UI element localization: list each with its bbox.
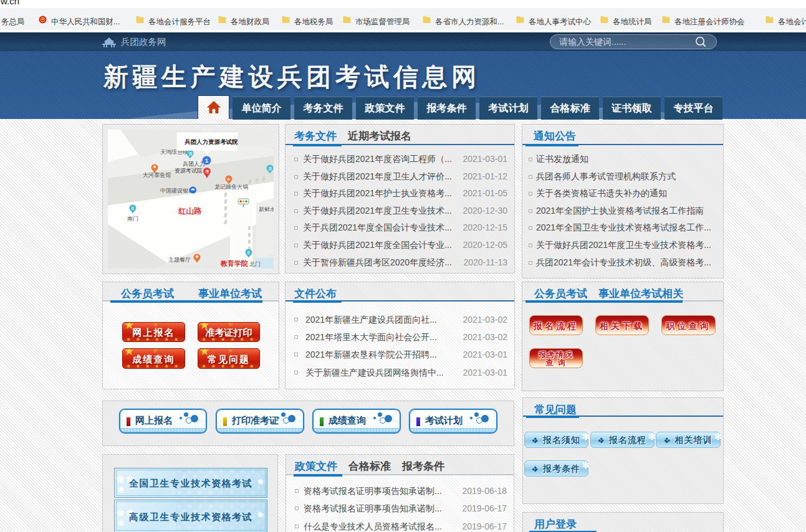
svg-text:B: B xyxy=(247,250,250,255)
svg-text:酒: 酒 xyxy=(188,151,193,156)
svg-text:新鲜水: 新鲜水 xyxy=(259,206,274,212)
svg-text:主题餐厅: 主题餐厅 xyxy=(168,257,191,263)
svg-text:兵团人力资源考试院: 兵团人力资源考试院 xyxy=(184,138,238,145)
svg-text:中国建设银行: 中国建设银行 xyxy=(160,188,194,194)
svg-text:大河寨鱼馆: 大河寨鱼馆 xyxy=(143,172,171,178)
svg-text:1: 1 xyxy=(205,158,208,164)
svg-text:兵团人力: 兵团人力 xyxy=(183,161,205,167)
svg-text:龙记蹦鱼火锅: 龙记蹦鱼火锅 xyxy=(214,184,248,190)
svg-text:泉: 泉 xyxy=(268,166,272,171)
svg-text:南门: 南门 xyxy=(127,216,138,222)
svg-text:考: 考 xyxy=(205,169,209,174)
svg-text:资源考试院: 资源考试院 xyxy=(175,168,203,174)
svg-text:教育学院: 教育学院 xyxy=(220,259,248,267)
svg-text:北门: 北门 xyxy=(249,261,261,267)
svg-text:B: B xyxy=(132,206,134,211)
svg-text:★: ★ xyxy=(227,177,231,181)
svg-text:红山路: 红山路 xyxy=(178,207,202,216)
